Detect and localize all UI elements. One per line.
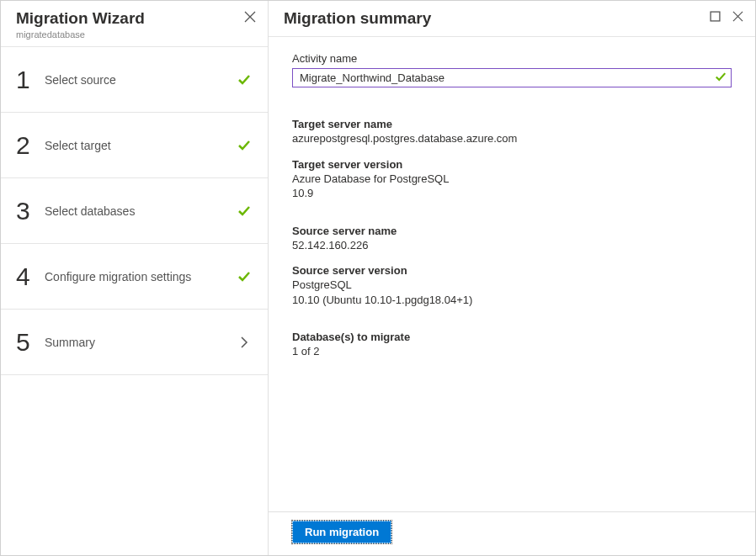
window-controls <box>710 11 743 22</box>
source-server-name-block: Source server name 52.142.160.226 <box>292 225 732 253</box>
source-server-version-value2: 10.10 (Ubuntu 10.10-1.pgdg18.04+1) <box>292 293 732 308</box>
step-label: Select databases <box>45 204 236 218</box>
target-server-version-block: Target server version Azure Database for… <box>292 158 732 201</box>
main-body: Activity name Target server name azurepo… <box>269 37 755 511</box>
main-footer: Run migration <box>269 511 755 555</box>
step-label: Summary <box>45 336 236 349</box>
target-server-version-value1: Azure Database for PostgreSQL <box>292 172 732 187</box>
step-number: 4 <box>16 262 45 291</box>
close-icon[interactable] <box>244 11 256 26</box>
target-server-name-value: azurepostgresql.postgres.database.azure.… <box>292 131 732 146</box>
target-server-name-label: Target server name <box>292 118 732 130</box>
target-server-version-value2: 10.9 <box>292 186 732 201</box>
maximize-icon[interactable] <box>710 11 721 22</box>
check-icon <box>236 73 253 87</box>
step-label: Configure migration settings <box>45 270 236 283</box>
check-icon <box>236 270 253 283</box>
wizard-dialog: Migration Wizard migratedatabase 1 Selec… <box>0 0 756 556</box>
close-icon[interactable] <box>732 11 743 22</box>
activity-name-field: Activity name <box>292 52 732 87</box>
step-label: Select target <box>45 139 236 152</box>
source-server-name-label: Source server name <box>292 225 732 237</box>
databases-value: 1 of 2 <box>292 344 732 359</box>
databases-label: Database(s) to migrate <box>292 331 732 343</box>
activity-name-label: Activity name <box>292 52 732 65</box>
target-server-name-block: Target server name azurepostgresql.postg… <box>292 118 732 146</box>
source-server-name-value: 52.142.160.226 <box>292 238 732 253</box>
svg-rect-0 <box>711 12 720 21</box>
step-configure-migration-settings[interactable]: 4 Configure migration settings <box>1 244 268 310</box>
sidebar-subtitle: migratedatabase <box>16 29 253 40</box>
chevron-right-icon <box>236 336 253 348</box>
step-select-source[interactable]: 1 Select source <box>1 47 268 113</box>
source-server-version-value1: PostgreSQL <box>292 278 732 293</box>
step-number: 1 <box>16 66 45 94</box>
databases-to-migrate-block: Database(s) to migrate 1 of 2 <box>292 331 732 359</box>
sidebar-title: Migration Wizard <box>16 9 253 28</box>
page-title: Migration summary <box>284 9 740 28</box>
step-select-target[interactable]: 2 Select target <box>1 113 268 178</box>
wizard-steps: 1 Select source 2 Select target 3 Select… <box>1 47 268 375</box>
step-number: 2 <box>16 131 45 160</box>
source-server-version-block: Source server version PostgreSQL 10.10 (… <box>292 264 732 307</box>
run-migration-button[interactable]: Run migration <box>292 521 391 543</box>
activity-name-input[interactable] <box>292 68 732 87</box>
target-server-version-label: Target server version <box>292 158 732 171</box>
check-icon <box>715 71 727 85</box>
sidebar-header: Migration Wizard migratedatabase <box>1 1 268 47</box>
source-server-version-label: Source server version <box>292 264 732 277</box>
step-summary[interactable]: 5 Summary <box>1 310 268 375</box>
main-header: Migration summary <box>269 1 755 37</box>
main-panel: Migration summary Activity name <box>269 1 755 555</box>
check-icon <box>236 204 253 218</box>
check-icon <box>236 139 253 152</box>
step-number: 5 <box>16 328 45 357</box>
step-number: 3 <box>16 197 45 225</box>
step-select-databases[interactable]: 3 Select databases <box>1 178 268 244</box>
step-label: Select source <box>45 73 236 87</box>
wizard-sidebar: Migration Wizard migratedatabase 1 Selec… <box>1 1 269 555</box>
